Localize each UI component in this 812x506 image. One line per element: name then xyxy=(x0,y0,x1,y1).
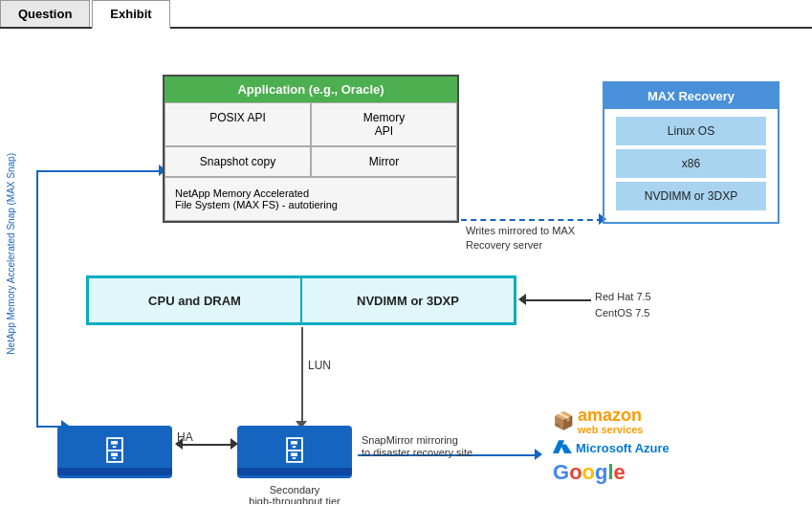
app-box: Application (e.g., Oracle) POSIX API Mem… xyxy=(163,75,459,223)
nvdimm-item: NVDIMM or 3DXP xyxy=(616,182,766,210)
ha-left-arrowhead xyxy=(175,438,183,450)
azure-label: Microsoft Azure xyxy=(576,441,669,455)
app-row-2: Snapshot copy Mirror xyxy=(165,146,457,177)
aws-text: amazon web services xyxy=(578,407,644,435)
secondary-label: Secondaryhigh-throughput tier xyxy=(237,484,352,504)
nvdimm-3dxp-cell: NVDIMM or 3DXP xyxy=(302,278,514,322)
google-o1: o xyxy=(569,460,582,484)
main-content: NetApp Memory Accelerated Snap (MAX Snap… xyxy=(0,29,812,504)
redhat-line xyxy=(522,299,591,301)
google-g2: g xyxy=(595,460,607,484)
max-recovery-box: MAX Recovery Linux OS x86 NVDIMM or 3DXP xyxy=(603,81,779,224)
max-recovery-header: MAX Recovery xyxy=(604,83,778,109)
storage-left: 🗄 xyxy=(57,426,172,478)
app-inner: POSIX API MemoryAPI Snapshot copy Mirror… xyxy=(165,102,457,221)
linux-os-item: Linux OS xyxy=(616,117,766,145)
snapshot-copy: Snapshot copy xyxy=(165,146,311,177)
app-row-1: POSIX API MemoryAPI xyxy=(165,102,457,146)
cpu-box: CPU and DRAM NVDIMM or 3DXP xyxy=(86,275,516,325)
redhat-label: Red Hat 7.5CentOS 7.5 xyxy=(595,289,651,320)
max-recovery-items: Linux OS x86 NVDIMM or 3DXP xyxy=(604,109,778,222)
aws-row: 📦 amazon web services xyxy=(553,407,744,435)
google-row: Google xyxy=(553,460,744,485)
lun-label: LUN xyxy=(308,359,331,372)
snapmirror-arrowhead xyxy=(535,449,542,460)
google-e: e xyxy=(614,460,625,484)
google-o2: o xyxy=(582,460,595,484)
lun-line xyxy=(301,327,303,423)
dashed-line xyxy=(461,219,603,221)
snapmirror-label: SnapMirror mirroring xyxy=(362,434,458,446)
tab-exhibit[interactable]: Exhibit xyxy=(92,0,169,29)
writes-label: Writes mirrored to MAX Recovery server xyxy=(466,224,590,253)
google-g: G xyxy=(553,460,569,484)
storage-left-bar xyxy=(57,468,172,475)
storage-right: 🗄 xyxy=(237,426,352,478)
redhat-arrowhead xyxy=(518,294,526,305)
app-header: Application (e.g., Oracle) xyxy=(165,77,457,102)
snapmirror-sub-label: to disaster recovery site xyxy=(362,447,472,458)
posix-api: POSIX API xyxy=(165,102,311,146)
storage-left-icon: 🗄 xyxy=(101,436,128,468)
storage-right-bar xyxy=(237,468,352,475)
tab-question[interactable]: Question xyxy=(0,0,90,27)
storage-right-icon: 🗄 xyxy=(281,436,308,468)
ha-line xyxy=(177,444,234,446)
app-row-3: NetApp Memory AcceleratedFile System (MA… xyxy=(165,177,457,221)
azure-icon xyxy=(553,440,572,455)
mirror: Mirror xyxy=(311,146,457,177)
left-vertical-line xyxy=(36,170,38,427)
vertical-label: NetApp Memory Accelerated Snap (MAX Snap… xyxy=(5,153,26,355)
svg-marker-1 xyxy=(560,445,572,454)
azure-row: Microsoft Azure xyxy=(553,440,744,455)
aws-sub: web services xyxy=(578,424,644,435)
memory-api: MemoryAPI xyxy=(311,102,457,146)
cloud-area: 📦 amazon web services Microsoft Azure Go… xyxy=(553,407,744,485)
aws-icon: 📦 xyxy=(553,410,574,431)
x86-item: x86 xyxy=(616,149,766,178)
top-h-line xyxy=(36,170,163,172)
aws-main: amazon xyxy=(578,407,644,424)
netapp-fs: NetApp Memory AcceleratedFile System (MA… xyxy=(165,177,457,221)
cpu-dram-cell: CPU and DRAM xyxy=(89,278,302,322)
